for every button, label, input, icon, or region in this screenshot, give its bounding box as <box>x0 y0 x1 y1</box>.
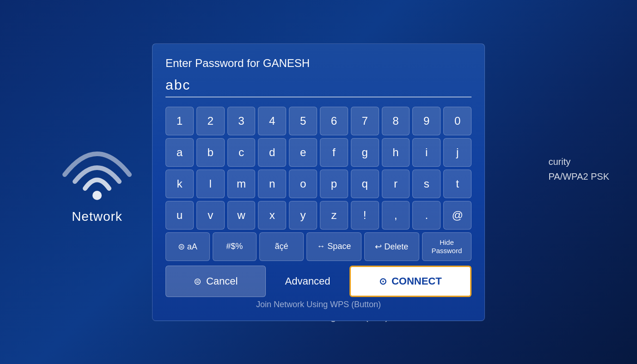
key-a[interactable]: a <box>165 138 194 167</box>
key-comma[interactable]: , <box>382 201 410 230</box>
connect-button[interactable]: ⊙ CONNECT <box>349 266 472 297</box>
key-symbols[interactable]: #$% <box>213 232 257 261</box>
key-q[interactable]: q <box>351 170 379 198</box>
key-exclaim[interactable]: ! <box>351 201 379 230</box>
password-input-row: abc <box>165 77 472 97</box>
key-row-u-at: u v w x y z ! , . @ <box>165 201 472 230</box>
key-case-toggle[interactable]: ⊜ aA <box>165 232 210 261</box>
wps-inside-label: Join Network Using WPS (Button) <box>165 297 472 309</box>
action-row: ⊜ Cancel Advanced ⊙ CONNECT <box>165 266 472 297</box>
dialog-title: Enter Password for GANESH <box>165 57 472 70</box>
security-section: curity PA/WPA2 PSK <box>548 154 609 184</box>
key-at[interactable]: @ <box>443 201 472 230</box>
key-accents[interactable]: ãçé <box>259 232 304 261</box>
key-u[interactable]: u <box>165 201 194 230</box>
key-row-special: ⊜ aA #$% ãçé ↔ Space ↩ Delete HidePasswo… <box>165 232 472 261</box>
key-space[interactable]: ↔ Space <box>306 232 361 261</box>
key-v[interactable]: v <box>196 201 225 230</box>
advanced-button[interactable]: Advanced <box>268 266 347 297</box>
key-w[interactable]: w <box>227 201 256 230</box>
key-s[interactable]: s <box>412 170 441 198</box>
key-l[interactable]: l <box>196 170 225 198</box>
key-b[interactable]: b <box>196 138 225 167</box>
key-row-a-j: a b c d e f g h i j <box>165 138 472 167</box>
key-row-k-t: k l m n o p q r s t <box>165 170 472 198</box>
svg-point-0 <box>92 191 102 200</box>
key-m[interactable]: m <box>227 170 256 198</box>
password-dialog: Enter Password for GANESH abc 1 2 3 4 5 … <box>152 43 485 321</box>
key-x[interactable]: x <box>258 201 286 230</box>
key-p[interactable]: p <box>320 170 348 198</box>
password-value: abc <box>165 77 190 92</box>
key-o[interactable]: o <box>289 170 317 198</box>
key-h[interactable]: h <box>382 138 410 167</box>
key-0[interactable]: 0 <box>443 107 472 135</box>
key-j[interactable]: j <box>443 138 472 167</box>
network-label: Network <box>72 209 122 224</box>
key-1[interactable]: 1 <box>165 107 194 135</box>
key-c[interactable]: c <box>227 138 256 167</box>
key-4[interactable]: 4 <box>258 107 286 135</box>
key-period[interactable]: . <box>412 201 441 230</box>
connect-icon: ⊙ <box>379 276 387 287</box>
key-r[interactable]: r <box>382 170 410 198</box>
key-hide-password[interactable]: HidePassword <box>422 232 472 261</box>
key-9[interactable]: 9 <box>412 107 441 135</box>
key-delete[interactable]: ↩ Delete <box>364 232 419 261</box>
key-8[interactable]: 8 <box>382 107 410 135</box>
key-k[interactable]: k <box>165 170 194 198</box>
connect-label: CONNECT <box>392 275 442 287</box>
keyboard: 1 2 3 4 5 6 7 8 9 0 a b c d e f g h i j … <box>165 107 472 261</box>
key-6[interactable]: 6 <box>320 107 348 135</box>
key-d[interactable]: d <box>258 138 286 167</box>
security-line2: PA/WPA2 PSK <box>548 169 609 184</box>
key-row-numbers: 1 2 3 4 5 6 7 8 9 0 <box>165 107 472 135</box>
wifi-section: Network <box>60 140 134 224</box>
key-7[interactable]: 7 <box>351 107 379 135</box>
key-y[interactable]: y <box>289 201 317 230</box>
cancel-icon: ⊜ <box>194 276 202 287</box>
key-z[interactable]: z <box>320 201 348 230</box>
wifi-icon <box>60 140 134 200</box>
key-n[interactable]: n <box>258 170 286 198</box>
advanced-label: Advanced <box>285 275 331 287</box>
cancel-button[interactable]: ⊜ Cancel <box>165 266 266 297</box>
key-3[interactable]: 3 <box>227 107 256 135</box>
key-i[interactable]: i <box>412 138 441 167</box>
key-f[interactable]: f <box>320 138 348 167</box>
key-t[interactable]: t <box>443 170 472 198</box>
key-g[interactable]: g <box>351 138 379 167</box>
key-2[interactable]: 2 <box>196 107 225 135</box>
key-5[interactable]: 5 <box>289 107 317 135</box>
cancel-label: Cancel <box>206 275 238 287</box>
key-e[interactable]: e <box>289 138 317 167</box>
security-line1: curity <box>548 154 609 169</box>
